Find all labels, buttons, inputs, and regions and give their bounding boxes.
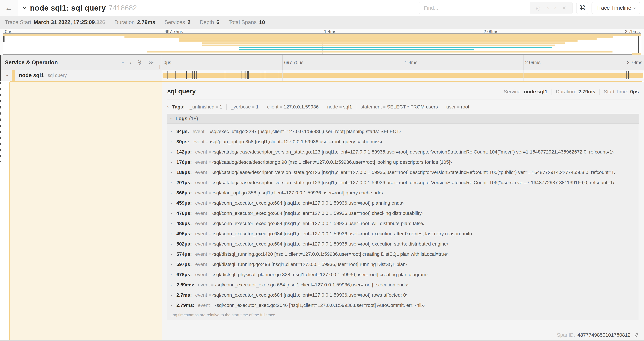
collapse-trace-chevron-icon[interactable]: › [21,7,29,9]
log-field-name: event [195,159,207,165]
tag-separator [263,104,263,110]
log-chevron-icon[interactable]: › [170,150,176,154]
expand-collapse-controls: › › ≫ ≫ [122,60,154,66]
log-chevron-icon[interactable]: › [170,262,176,267]
log-chevron-icon[interactable]: › [170,282,176,287]
column-resizer-handle[interactable]: ∥ [158,65,160,69]
span-row: › node sql1 sql query [0,70,644,81]
log-entry-row[interactable]: ›486μs:event=‹sql/conn_executor_exec.go:… [168,218,639,229]
log-event-tick[interactable] [168,71,168,79]
logs-title: Logs [175,116,187,121]
log-field-value: ‹sql/plan_opt.go:358 [nsql1,client=127.0… [212,190,383,196]
span-row-name-cell[interactable]: › node sql1 sql query [0,70,162,81]
logs-header[interactable]: › Logs (18) [168,114,639,124]
spanid-label: SpanID: [557,332,575,338]
log-entry-row[interactable]: ›476μs:event=‹sql/conn_executor_exec.go:… [168,208,639,218]
log-entry-row[interactable]: ›142μs:event=‹sql/catalog/lease/descript… [168,147,639,157]
ruler-tick-label: 2.79ms [627,60,642,65]
keyboard-shortcuts-button[interactable]: ⌘ [576,2,588,14]
log-chevron-icon[interactable]: › [170,190,176,195]
log-entry-row[interactable]: ›678μs:event=‹sql/distsql_physical_plann… [168,269,639,280]
log-event-tick[interactable] [628,71,629,79]
clear-search-icon[interactable]: ✕ [562,5,566,11]
log-chevron-icon[interactable]: › [170,303,176,308]
expand-all-icon[interactable]: ≫ [148,60,154,66]
find-input[interactable] [419,2,530,14]
log-entry-row[interactable]: ›176μs:event=‹sql/catalog/descs/descript… [168,157,639,167]
chevron-down-icon: › [632,7,638,9]
log-chevron-icon[interactable]: › [170,252,176,257]
log-chevron-icon[interactable]: › [170,129,176,134]
next-match-icon[interactable]: › [552,7,558,9]
log-event-tick[interactable] [241,71,242,79]
log-field-name: event [195,180,207,185]
log-entry-row[interactable]: ›189μs:event=‹sql/catalog/lease/descript… [168,167,639,177]
log-chevron-icon[interactable]: › [170,221,176,226]
log-event-tick[interactable] [246,71,246,79]
log-event-tick[interactable] [175,71,176,79]
log-event-tick[interactable] [626,71,627,79]
log-event-tick[interactable] [186,71,186,79]
tags-row[interactable]: › Tags: _unfinished=1_verbose=1client=12… [162,100,644,113]
log-entry-row[interactable]: ›502μs:event=‹sql/conn_executor_exec.go:… [168,239,639,249]
log-entry-time: 2.69ms: [176,282,194,288]
span-row-timeline-cell[interactable] [162,70,644,81]
back-button[interactable]: ← [0,0,18,16]
log-chevron-icon[interactable]: › [170,201,176,205]
expand-one-icon[interactable]: › [130,60,132,65]
log-event-tick[interactable] [192,71,192,79]
collapse-all-icon[interactable]: ≫ [137,60,143,65]
tag-value: 1 [220,104,222,110]
tag-key: user [446,104,456,110]
log-event-tick[interactable] [279,71,279,79]
log-chevron-icon[interactable]: › [170,160,176,165]
log-field-value: ‹sql/catalog/lease/descriptor_version_st… [212,149,614,155]
log-chevron-icon[interactable]: › [170,170,176,175]
log-equals: = [208,221,211,226]
log-entry-row[interactable]: ›2.7ms:event=‹sql/conn_executor_exec.go:… [168,290,639,300]
log-entry-row[interactable]: ›459μs:event=‹sql/conn_executor_exec.go:… [168,198,639,208]
log-entry-row[interactable]: ›2.69ms:event=‹sql/conn_executor_exec.go… [168,280,639,290]
log-entry-row[interactable]: ›2.79ms:event=‹sql/conn_executor_exec.go… [168,300,639,310]
log-field-value: ‹sql/conn_executor_exec.go:684 [nsql1,cl… [212,231,472,236]
log-field-name: event [195,210,207,216]
log-event-tick[interactable] [248,71,249,79]
log-entry-row[interactable]: ›495μs:event=‹sql/conn_executor_exec.go:… [168,229,639,239]
log-equals: = [208,190,211,195]
log-chevron-icon[interactable]: › [170,139,176,144]
log-entry-row[interactable]: ›597μs:event=‹sql/distsql_running.go:498… [168,259,639,269]
range-scrubber-right[interactable] [638,34,639,54]
log-chevron-icon[interactable]: › [170,241,176,246]
collapse-one-icon[interactable]: › [120,62,126,63]
ruler-tick-label: 2.09ms [525,60,541,65]
log-event-tick[interactable] [244,71,244,79]
log-entry-row[interactable]: ›366μs:event=‹sql/plan_opt.go:358 [nsql1… [168,188,639,198]
logs-chevron-icon[interactable]: › [169,118,174,119]
log-chevron-icon[interactable]: › [170,293,176,297]
log-chevron-icon[interactable]: › [170,272,176,277]
log-chevron-icon[interactable]: › [170,211,176,216]
minimap-canvas[interactable] [3,34,642,55]
log-entry-row[interactable]: ›80μs:event=‹sql/plan_opt.go:358 [nsql1,… [168,137,639,147]
summary-value: 10 [259,19,265,26]
grid-line [524,70,524,81]
detail-operation-title: sql query [167,88,196,95]
view-selector-dropdown[interactable]: Trace Timeline › [592,2,640,14]
log-event-tick[interactable] [261,71,261,79]
log-event-tick[interactable] [196,71,197,79]
log-event-tick[interactable] [194,71,195,79]
log-event-tick[interactable] [225,71,226,79]
log-entry-row[interactable]: ›201μs:event=‹sql/catalog/lease/descript… [168,177,639,188]
log-entry-row[interactable]: ›34μs:event=‹sql/exec_util.go:2297 [nsql… [168,126,639,137]
log-chevron-icon[interactable]: › [170,231,176,236]
focus-match-icon[interactable]: ◎ [536,5,540,11]
log-event-tick[interactable] [265,71,265,79]
prev-match-icon[interactable]: › [544,7,550,9]
link-icon[interactable] [634,332,639,338]
tags-chevron-icon[interactable]: › [167,104,169,110]
log-chevron-icon[interactable]: › [170,180,176,185]
log-event-tick[interactable] [247,71,248,79]
log-field-name: event [195,200,207,206]
log-entry-row[interactable]: ›574μs:event=‹sql/distsql_running.go:142… [168,249,639,259]
span-children-chevron-icon[interactable]: › [5,75,10,76]
